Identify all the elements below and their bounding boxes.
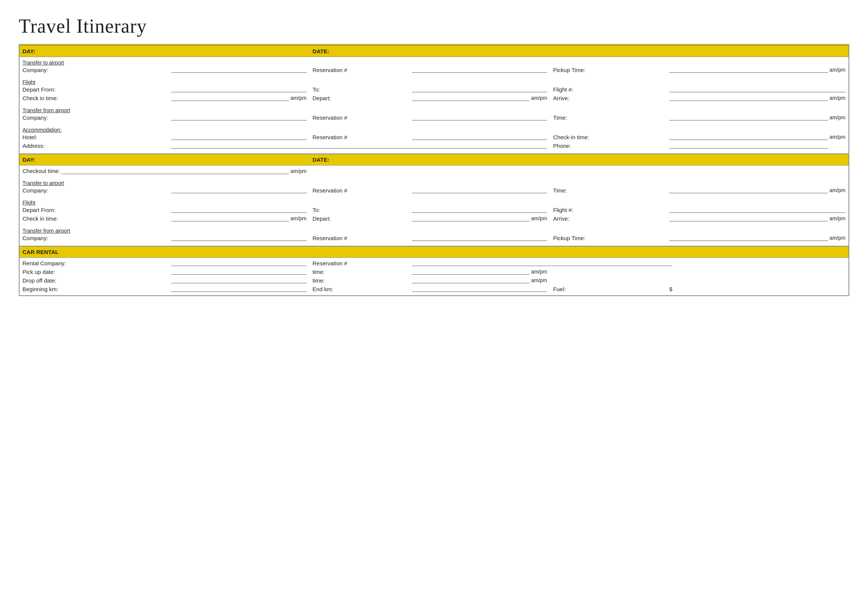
day2-flight-label-row: Flight: [19, 198, 849, 206]
day2-transfer-from-label: Transfer from airport: [23, 228, 70, 234]
day1-transfer-to-airport-row: Transfer to airport: [19, 57, 849, 66]
day2-date-label: DATE:: [310, 154, 849, 165]
day1-checkin-time-label: Check-in time:: [553, 134, 589, 140]
day1-transfer-from-time-label: Time:: [553, 114, 567, 121]
rental-company-label: Rental Company:: [23, 260, 66, 266]
day1-transfer-from-airport-row: Transfer from airport: [19, 105, 849, 113]
day1-day-label: DAY:: [19, 45, 310, 57]
day1-flight-checkin-row: Check in time: am/pm Depart: am/pm Arriv…: [19, 94, 849, 102]
dropoff-date-label: Drop off date:: [23, 277, 57, 284]
day1-depart-label: Depart:: [313, 95, 331, 101]
day1-transfer-from-label: Transfer from airport: [23, 107, 70, 113]
day2-transfer-to-fields: Company: Reservation # Time: am/pm: [19, 186, 849, 195]
car-ampm1: am/pm: [531, 269, 547, 275]
day1-accommodation-hotel-row: Hotel: Reservation # Check-in time: am/p…: [19, 133, 849, 141]
car-time-label1: time:: [313, 269, 325, 275]
day2-day-label: DAY:: [19, 154, 310, 165]
day1-checkin-ampm: am/pm: [291, 95, 307, 101]
day1-accom-reservation-label: Reservation #: [313, 134, 348, 140]
car-rental-pickup-row: Pick up date: time: am/pm: [19, 267, 849, 276]
day1-to-label: To:: [313, 86, 320, 93]
day2-flight-checkin-row: Check in time: am/pm Depart: am/pm Arriv…: [19, 214, 849, 223]
day2-flight-label: Flight: [23, 199, 35, 206]
day1-flight-depart-row: Depart From: To: Flight #:: [19, 85, 849, 94]
car-rental-km-row: Beginning km: End km: Fuel: $: [19, 285, 849, 296]
day1-transfer-from-company-label: Company:: [23, 114, 48, 121]
day2-checkin-ampm: am/pm: [291, 215, 307, 221]
day2-transfer-to-label: Transfer to airport: [23, 180, 64, 186]
day1-pickup-ampm: am/pm: [829, 67, 845, 73]
day1-checkin-label: Check in time:: [23, 95, 58, 101]
day1-header: DAY: DATE:: [19, 45, 849, 57]
car-rental-header: CAR RENTAL: [19, 246, 849, 258]
day1-accommodation-row: Accommodation:: [19, 125, 849, 133]
day1-accommodation-address-row: Address: Phone:: [19, 141, 849, 150]
beginning-km-label: Beginning km:: [23, 286, 58, 292]
day2-transfer-to-airport-label-row: Transfer to airport: [19, 178, 849, 186]
day2-arrive-label: Arrive:: [553, 215, 569, 222]
day2-depart-ampm: am/pm: [531, 215, 547, 221]
day2-depart-label: Depart:: [313, 215, 331, 222]
pickup-date-label: Pick up date:: [23, 269, 55, 275]
day1-pickup-time-label: Pickup Time:: [553, 67, 585, 73]
day1-transfer-from-ampm: am/pm: [829, 114, 845, 121]
day2-to-label: To:: [313, 207, 320, 213]
day1-reservation-label: Reservation #: [313, 67, 348, 73]
day2-transfer-from-company-label: Company:: [23, 235, 48, 241]
day1-phone-label: Phone:: [553, 142, 571, 149]
day1-company-label: Company:: [23, 67, 48, 73]
car-rental-dropoff-row: Drop off date: time: am/pm: [19, 276, 849, 285]
day2-flight-depart-row: Depart From: To: Flight #:: [19, 206, 849, 214]
day2-pickup-label: Pickup Time:: [553, 235, 585, 241]
day1-arrive-label: Arrive:: [553, 95, 569, 101]
day1-depart-ampm: am/pm: [531, 95, 547, 101]
day1-flight-num-label: Flight #:: [553, 86, 573, 93]
fuel-label: Fuel:: [553, 286, 566, 292]
day2-checkout-ampm: am/pm: [291, 168, 307, 174]
day2-header: DAY: DATE:: [19, 154, 849, 165]
day1-date-label: DATE:: [310, 45, 849, 57]
day1-transfer-from-fields: Company: Reservation # Time: am/pm: [19, 113, 849, 122]
day2-transfer-from-label-row: Transfer from airport: [19, 226, 849, 234]
day1-arrive-ampm: am/pm: [829, 95, 845, 101]
day2-flight-num-label: Flight #:: [553, 207, 573, 213]
day1-flight-label: Flight: [23, 79, 35, 85]
day1-depart-from-label: Depart From:: [23, 86, 56, 93]
car-rental-company-row: Rental Company: Reservation #: [19, 258, 849, 268]
day1-transfer-to-airport-fields: Company: Reservation # Pickup Time: am/p…: [19, 66, 849, 74]
dollar-sign: $: [669, 286, 672, 292]
car-rental-header-label: CAR RENTAL: [19, 246, 849, 258]
day2-depart-from-label: Depart From:: [23, 207, 56, 213]
car-ampm2: am/pm: [531, 277, 547, 283]
day1-flight-row: Flight: [19, 77, 849, 85]
day2-transfer-from-reservation-label: Reservation #: [313, 235, 348, 241]
page-title: Travel Itinerary: [19, 15, 849, 37]
day1-accommodation-label: Accommodation:: [23, 127, 62, 133]
day1-transfer-from-reservation-label: Reservation #: [313, 114, 348, 121]
car-reservation-label: Reservation #: [313, 260, 348, 266]
day2-checkout-label: Checkout time:: [23, 168, 60, 174]
day2-reservation-label: Reservation #: [313, 187, 348, 193]
day2-checkout-row: Checkout time: am/pm: [19, 165, 849, 176]
car-time-label2: time:: [313, 277, 325, 284]
day2-arrive-ampm: am/pm: [829, 215, 845, 221]
day1-transfer-to-label: Transfer to airport: [23, 60, 64, 66]
day2-company-label: Company:: [23, 187, 48, 193]
day2-checkin-label: Check in time:: [23, 215, 58, 222]
day2-transfer-from-fields: Company: Reservation # Pickup Time: am/p…: [19, 234, 849, 243]
day1-address-label: Address:: [23, 142, 45, 149]
end-km-label: End km:: [313, 286, 333, 292]
day1-hotel-label: Hotel:: [23, 134, 37, 140]
day2-time-ampm: am/pm: [829, 187, 845, 193]
day1-accom-ampm: am/pm: [829, 134, 845, 140]
day2-transfer-from-ampm: am/pm: [829, 235, 845, 241]
day2-time-label: Time:: [553, 187, 567, 193]
